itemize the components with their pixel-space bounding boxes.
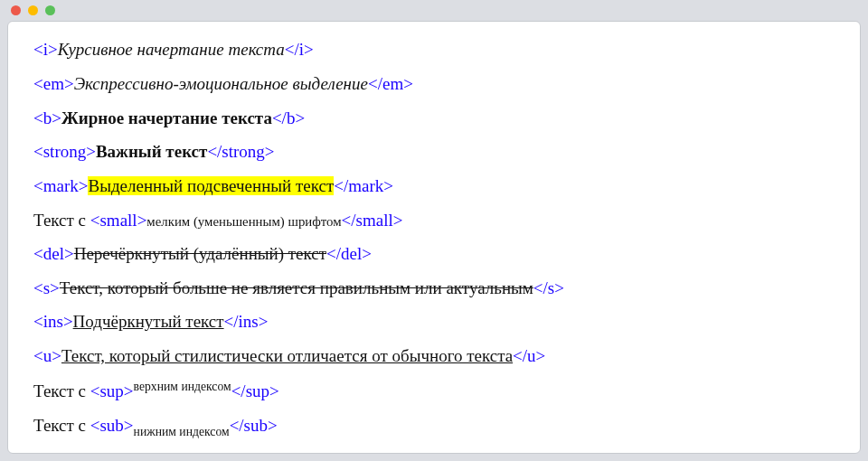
close-tag: </i> [285, 40, 314, 59]
open-tag: <del> [33, 244, 74, 263]
open-tag: <strong> [33, 142, 96, 161]
close-tag: </del> [326, 244, 372, 263]
prefix-text: Текст с [33, 381, 90, 400]
styled-text: Жирное начертание текста [61, 108, 272, 127]
prefix-text: Текст с [33, 416, 90, 435]
styled-text: Курсивное начертание текста [58, 40, 285, 59]
close-tag: </ins> [224, 312, 269, 331]
close-icon[interactable] [11, 5, 21, 15]
titlebar [0, 0, 868, 21]
open-tag: <ins> [33, 312, 73, 331]
example-row: <ins>Подчёркнутый текст</ins> [33, 310, 835, 334]
styled-text: мелким (уменьшенным) шрифтом [146, 214, 341, 229]
example-row: <strong>Важный текст</strong> [33, 140, 835, 164]
close-tag: </b> [272, 108, 305, 127]
example-row: <mark>Выделенный подсвеченный текст</mar… [33, 174, 835, 198]
example-row: Текст с <sup>верхним индексом</sup> [33, 379, 835, 403]
prefix-text: Текст с [33, 211, 90, 230]
styled-text: Текст, который больше не является правил… [60, 278, 533, 297]
example-row: Текст с <small>мелким (уменьшенным) шриф… [33, 209, 835, 232]
styled-text: верхним индексом [134, 380, 231, 393]
styled-text: Важный текст [96, 142, 207, 161]
open-tag: <sub> [90, 416, 134, 435]
open-tag: <b> [33, 108, 61, 127]
close-tag: </mark> [334, 176, 393, 195]
close-tag: </s> [533, 278, 564, 297]
example-row: Текст с <sub>нижним индексом</sub> [33, 414, 835, 440]
example-row: <i>Курсивное начертание текста</i> [33, 38, 835, 61]
maximize-icon[interactable] [45, 5, 55, 15]
styled-text: Подчёркнутый текст [73, 312, 224, 331]
close-tag: </sup> [231, 381, 279, 400]
open-tag: <small> [90, 211, 147, 230]
styled-text: Выделенный подсвеченный текст [88, 176, 334, 195]
example-row: <s>Текст, который больше не является пра… [33, 277, 835, 300]
close-tag: </em> [368, 74, 413, 93]
example-row: <em>Экспрессивно-эмоциональное выделение… [33, 72, 835, 96]
window: <i>Курсивное начертание текста</i> <em>Э… [0, 0, 868, 461]
styled-text: нижним индексом [134, 425, 230, 438]
open-tag: <mark> [33, 176, 88, 195]
open-tag: <s> [33, 278, 60, 297]
example-row: <del>Перечёркнутый (удалённый) текст</de… [33, 242, 835, 266]
open-tag: <em> [33, 74, 74, 93]
close-tag: </u> [513, 346, 545, 365]
minimize-icon[interactable] [28, 5, 38, 15]
close-tag: </small> [342, 211, 403, 230]
open-tag: <i> [33, 40, 58, 59]
styled-text: Текст, который стилистически отличается … [61, 346, 513, 365]
close-tag: </sub> [230, 416, 278, 435]
styled-text: Перечёркнутый (удалённый) текст [74, 244, 326, 263]
example-row: <u>Текст, который стилистически отличает… [33, 344, 835, 368]
open-tag: <sup> [90, 381, 134, 400]
styled-text: Экспрессивно-эмоциональное выделение [74, 74, 368, 93]
close-tag: </strong> [207, 142, 274, 161]
example-row: <b>Жирное начертание текста</b> [33, 107, 835, 130]
open-tag: <u> [33, 346, 61, 365]
content-panel: <i>Курсивное начертание текста</i> <em>Э… [7, 21, 861, 454]
